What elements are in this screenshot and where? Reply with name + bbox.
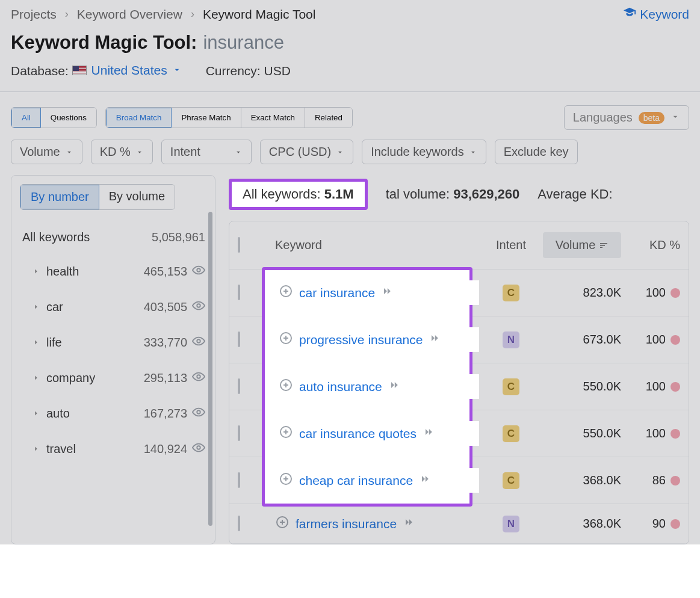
table-row: progressive insurance N 673.0K 100 (229, 316, 689, 363)
col-volume[interactable]: Volume (543, 232, 621, 258)
breadcrumb: Projects › Keyword Overview › Keyword Ma… (0, 0, 700, 26)
keyword-link[interactable]: auto insurance (299, 380, 382, 394)
keyword-cell: progressive insurance (275, 327, 479, 352)
row-checkbox[interactable] (238, 285, 240, 300)
row-checkbox[interactable] (238, 472, 240, 488)
sidebar-group[interactable]: travel 140,924 (20, 431, 215, 467)
chevron-down-icon (336, 148, 344, 156)
kd-filter[interactable]: KD % (91, 140, 153, 164)
double-chevron-icon[interactable] (419, 473, 431, 488)
keyword-link[interactable]: car insurance quotes (299, 427, 417, 441)
keyword-link[interactable]: cheap car insurance (299, 473, 413, 488)
eye-icon[interactable] (192, 334, 205, 351)
group-count: 403,505 (144, 300, 187, 314)
breadcrumb-item[interactable]: Projects (11, 7, 57, 22)
intent-filter[interactable]: Intent (161, 140, 252, 164)
avg-kd-summary: Average KD: (537, 186, 612, 202)
add-icon[interactable] (279, 284, 293, 301)
group-label: health (46, 265, 79, 279)
sidebar-group[interactable]: auto 167,273 (20, 396, 215, 431)
chevron-right-icon (32, 442, 40, 456)
help-link-label: Keyword (640, 7, 689, 22)
filter-dropdowns: Volume KD % Intent CPC (USD) Include key… (0, 140, 700, 175)
database-selector[interactable]: Database: United States (11, 63, 182, 78)
total-volume-summary: tal volume: 93,629,260 (386, 186, 520, 202)
double-chevron-icon[interactable] (403, 516, 415, 531)
languages-label: Languages (573, 111, 633, 125)
add-icon[interactable] (279, 425, 293, 442)
chevron-right-icon (32, 407, 40, 421)
double-chevron-icon[interactable] (388, 379, 400, 394)
tab-broad-match[interactable]: Broad Match (106, 108, 172, 128)
sidebar-group[interactable]: health 465,153 (20, 254, 215, 289)
sidebar-group[interactable]: company 295,113 (20, 360, 215, 396)
row-checkbox[interactable] (238, 331, 240, 347)
row-checkbox[interactable] (238, 425, 240, 441)
sidebar-scrollbar[interactable] (208, 212, 212, 526)
tab-related[interactable]: Related (305, 108, 352, 128)
col-intent[interactable]: Intent (484, 238, 538, 252)
keyword-link[interactable]: progressive insurance (299, 333, 423, 347)
eye-icon[interactable] (192, 405, 205, 422)
sidebar-all-keywords[interactable]: All keywords 5,058,961 (20, 221, 215, 254)
sort-by-volume[interactable]: By volume (99, 185, 175, 209)
include-keywords-filter[interactable]: Include keywords (362, 140, 486, 164)
volume-value: 673.0K (543, 333, 621, 347)
tab-questions[interactable]: Questions (41, 108, 96, 128)
difficulty-dot-icon (671, 429, 680, 439)
cpc-filter[interactable]: CPC (USD) (260, 140, 353, 164)
sidebar-group[interactable]: car 403,505 (20, 289, 215, 325)
volume-value: 550.0K (543, 427, 621, 440)
chevron-right-icon (32, 300, 40, 314)
chevron-right-icon: › (65, 8, 69, 20)
keyword-link[interactable]: car insurance (299, 286, 375, 300)
add-icon[interactable] (279, 378, 293, 395)
volume-value: 368.0K (543, 517, 621, 531)
search-term: insurance (203, 32, 283, 54)
group-label: travel (46, 442, 76, 456)
col-kd[interactable]: KD % (626, 238, 680, 252)
sort-by-number[interactable]: By number (20, 185, 99, 209)
double-chevron-icon[interactable] (381, 285, 393, 300)
select-all-checkbox[interactable] (238, 237, 240, 253)
volume-value: 368.0K (543, 473, 621, 487)
breadcrumb-item-current: Keyword Magic Tool (203, 7, 316, 22)
eye-icon[interactable] (192, 370, 205, 386)
intent-badge: N (503, 516, 519, 532)
keyword-cell: farmers insurance (275, 515, 479, 532)
chevron-down-icon (135, 148, 144, 156)
table-row: car insurance quotes C 550.0K 100 (229, 410, 689, 457)
help-link[interactable]: Keyword (623, 6, 689, 22)
tab-all[interactable]: All (11, 108, 41, 128)
add-icon[interactable] (275, 515, 290, 532)
difficulty-dot-icon (671, 288, 680, 298)
eye-icon[interactable] (192, 441, 205, 457)
graduation-cap-icon (623, 6, 636, 22)
meta-row: Database: United States Currency: USD (0, 57, 700, 92)
double-chevron-icon[interactable] (423, 426, 435, 441)
languages-dropdown[interactable]: Languages beta (564, 105, 689, 130)
volume-filter[interactable]: Volume (11, 140, 82, 164)
row-checkbox[interactable] (238, 378, 240, 394)
exclude-keywords-filter[interactable]: Exclude key (495, 140, 578, 164)
row-checkbox[interactable] (238, 516, 240, 531)
intent-badge: C (503, 472, 519, 489)
tab-exact-match[interactable]: Exact Match (241, 108, 305, 128)
eye-icon[interactable] (192, 264, 205, 280)
table-row: auto insurance C 550.0K 100 (229, 363, 689, 410)
double-chevron-icon[interactable] (429, 332, 441, 347)
col-keyword[interactable]: Keyword (275, 238, 479, 252)
breadcrumb-item[interactable]: Keyword Overview (77, 7, 182, 22)
keyword-link[interactable]: farmers insurance (296, 517, 397, 531)
database-label: Database: (11, 64, 69, 78)
group-label: auto (46, 407, 70, 421)
tab-phrase-match[interactable]: Phrase Match (172, 108, 241, 128)
svg-point-2 (197, 339, 200, 343)
keyword-cell: car insurance quotes (275, 421, 479, 446)
add-icon[interactable] (279, 331, 293, 348)
group-count: 167,273 (144, 407, 187, 421)
sidebar-group[interactable]: life 333,770 (20, 325, 215, 360)
eye-icon[interactable] (192, 299, 205, 315)
sidebar-sort-toggle: By number By volume (20, 184, 175, 210)
add-icon[interactable] (279, 472, 293, 489)
